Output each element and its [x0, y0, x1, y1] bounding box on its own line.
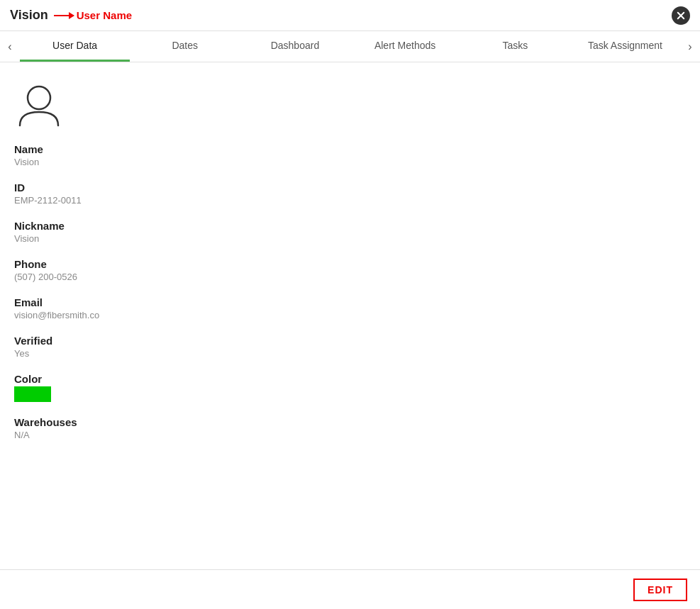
field-warehouses: Warehouses N/A	[14, 416, 686, 440]
nickname-value: Vision	[14, 233, 686, 244]
field-nickname: Nickname Vision	[14, 220, 686, 244]
name-value: Vision	[14, 157, 686, 167]
nickname-label: Nickname	[14, 220, 686, 232]
user-name-annotation-label: User Name	[77, 9, 132, 21]
name-label: Name	[14, 143, 686, 155]
verified-value: Yes	[14, 348, 686, 359]
field-name: Name Vision	[14, 143, 686, 167]
field-color: Color	[14, 373, 686, 402]
warehouses-label: Warehouses	[14, 416, 686, 428]
field-id: ID EMP-2112-0011	[14, 181, 686, 206]
close-button[interactable]	[672, 6, 690, 25]
main-content: Name Vision ID EMP-2112-0011 Nickname Vi…	[0, 62, 700, 605]
tab-right-nav-button[interactable]: ›	[680, 33, 700, 60]
header-left: Vision User Name	[10, 8, 132, 23]
tab-left-nav-button[interactable]: ‹	[0, 33, 20, 60]
id-label: ID	[14, 181, 686, 194]
tab-bar: ‹ User Data Dates Dashboard Alert Method…	[0, 31, 700, 62]
tab-dates[interactable]: Dates	[130, 31, 240, 62]
color-label: Color	[14, 373, 686, 385]
header-title: Vision	[10, 8, 48, 23]
phone-label: Phone	[14, 258, 686, 270]
footer: EDIT	[0, 569, 700, 609]
avatar-svg	[14, 79, 64, 129]
field-email: Email vision@fibersmith.co	[14, 296, 686, 320]
arrow-line-icon	[54, 15, 74, 16]
phone-value: (507) 200-0526	[14, 272, 686, 282]
edit-button[interactable]: EDIT	[633, 579, 687, 601]
verified-label: Verified	[14, 335, 686, 347]
warehouses-value: N/A	[14, 430, 686, 440]
svg-point-0	[28, 86, 50, 109]
header-annotation: User Name	[54, 9, 132, 21]
avatar	[14, 79, 686, 129]
tab-user-data[interactable]: User Data	[20, 31, 130, 62]
id-value: EMP-2112-0011	[14, 195, 686, 206]
tab-tasks[interactable]: Tasks	[460, 31, 570, 62]
header: Vision User Name	[0, 0, 700, 31]
email-label: Email	[14, 296, 686, 308]
tab-dashboard[interactable]: Dashboard	[240, 31, 350, 62]
tab-alert-methods[interactable]: Alert Methods	[350, 31, 460, 62]
avatar-icon	[14, 79, 64, 129]
field-phone: Phone (507) 200-0526	[14, 258, 686, 282]
field-verified: Verified Yes	[14, 335, 686, 359]
email-value: vision@fibersmith.co	[14, 310, 686, 320]
color-swatch	[14, 386, 51, 402]
tab-task-assignment[interactable]: Task Assignment	[570, 31, 680, 62]
close-icon[interactable]	[672, 6, 690, 25]
